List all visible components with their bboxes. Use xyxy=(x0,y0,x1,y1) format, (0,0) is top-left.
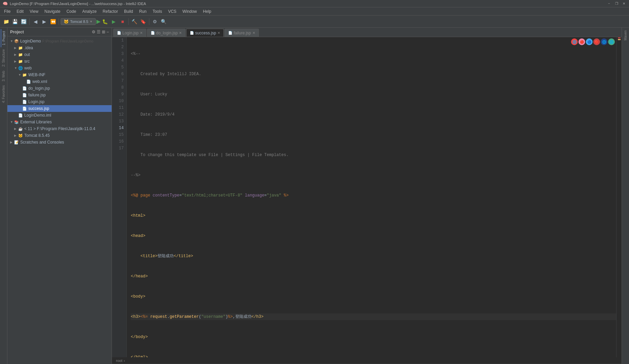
tab-do-login-close[interactable]: ✕ xyxy=(179,31,182,35)
tab-success[interactable]: 📄 success.jsp ✕ xyxy=(186,29,224,37)
bookmark-button[interactable]: 🔖 xyxy=(139,18,147,26)
open-file-button[interactable]: 📁 xyxy=(2,18,10,26)
menu-tools[interactable]: Tools xyxy=(150,8,165,14)
settings-button[interactable]: ⚙ xyxy=(151,18,159,26)
menu-edit[interactable]: Edit xyxy=(14,8,26,14)
favorites-tab[interactable]: 4: Favorites xyxy=(1,83,6,105)
code-line-2: Created by IntelliJ IDEA. xyxy=(131,71,616,78)
project-panel-collapse-icon[interactable]: − xyxy=(107,30,109,34)
edge-icon[interactable]: 🌐 xyxy=(608,38,615,45)
tree-failure[interactable]: 📄 failure.jsp xyxy=(7,92,112,98)
menu-analyze[interactable]: Analyze xyxy=(80,8,99,14)
tree-src[interactable]: ▶ 📁 src xyxy=(7,58,112,65)
tree-external-libraries[interactable]: ▼ 📚 External Libraries xyxy=(7,119,112,125)
line-num-13: 13 xyxy=(112,118,124,125)
firefox-icon[interactable]: 🌐 xyxy=(601,38,607,45)
line-num-2: 2 xyxy=(112,44,124,51)
line-num-12: 12 xyxy=(112,111,124,118)
save-button[interactable]: 💾 xyxy=(11,18,19,26)
sync-button[interactable]: 🔄 xyxy=(20,18,28,26)
menu-navigate[interactable]: Navigate xyxy=(42,8,63,14)
tree-logindemoiml[interactable]: 📄 LoginDemo.iml xyxy=(7,112,112,119)
tree-jdk[interactable]: ▶ ☕ < 11 > F:\Program Files\Java\jdk-11.… xyxy=(7,125,112,132)
forward-button[interactable]: ▶ xyxy=(40,18,48,26)
code-line-15: </body> xyxy=(131,334,616,340)
tree-web-label: web xyxy=(24,66,32,70)
run-coverage-button[interactable]: ▶ xyxy=(110,18,118,26)
recent-files-button[interactable]: ⏪ xyxy=(49,18,57,26)
line-num-15: 15 xyxy=(112,131,124,138)
sdk-icon: ☕ xyxy=(18,127,23,131)
tab-failure-close[interactable]: ✕ xyxy=(252,31,255,35)
tab-login[interactable]: 📄 Login.jsp ✕ xyxy=(113,29,146,37)
stop-button[interactable]: ■ xyxy=(119,18,127,26)
run-config-arrow: ▼ xyxy=(90,20,93,23)
breadcrumb-root[interactable]: root xyxy=(116,359,122,363)
tab-success-close[interactable]: ✕ xyxy=(217,31,220,35)
tab-failure-icon: 📄 xyxy=(228,31,232,35)
project-tab[interactable]: 1: Project xyxy=(1,29,6,47)
tree-scratches[interactable]: ▶ 📝 Scratches and Consoles xyxy=(7,139,112,146)
menu-file[interactable]: File xyxy=(1,8,13,14)
menu-vcs[interactable]: VCS xyxy=(166,8,179,14)
tab-do-login-label: do_login.jsp xyxy=(156,31,178,35)
tree-success[interactable]: 📄 success.jsp xyxy=(7,105,112,112)
run-config-selector[interactable]: 🐱 Tomcat 8.5 ▼ xyxy=(61,18,96,25)
run-config-name: Tomcat 8.5 xyxy=(70,20,88,24)
tab-login-close[interactable]: ✕ xyxy=(140,31,143,35)
code-content[interactable]: <%-- Created by IntelliJ IDEA. User: Luc… xyxy=(127,37,616,357)
tree-out[interactable]: ▶ 📁 out xyxy=(7,51,112,58)
debug-button[interactable]: 🐛 xyxy=(101,18,109,26)
tree-root[interactable]: ▼ 📦 LoginDemo F:\Program Files\Java\Logi… xyxy=(7,38,112,44)
safari-icon[interactable]: 🌐 xyxy=(571,38,578,45)
tree-idea[interactable]: ▶ 📁 .idea xyxy=(7,44,112,51)
minimize-button[interactable]: − xyxy=(607,1,611,6)
back-button[interactable]: ◀ xyxy=(31,18,39,26)
line-num-9: 9 xyxy=(112,91,124,98)
web-tab[interactable]: 3: Web xyxy=(1,69,6,84)
jsp-file-icon: 📄 xyxy=(22,86,27,91)
tree-do-login[interactable]: 📄 do_login.jsp xyxy=(7,85,112,92)
tab-do-login-icon: 📄 xyxy=(151,31,155,35)
line-num-3: 3 xyxy=(112,51,124,57)
code-editor[interactable]: 1 2 3 4 5 6 7 8 9 10 11 12 13 14 15 16 1… xyxy=(112,37,622,357)
chrome-icon[interactable]: 🔴 xyxy=(578,38,585,45)
menu-window[interactable]: Window xyxy=(180,8,200,14)
folder-icon: 📁 xyxy=(18,53,23,57)
close-button[interactable]: ✕ xyxy=(622,1,626,6)
project-panel-expand-icon[interactable]: ⊞ xyxy=(102,30,105,34)
code-line-4: Date: 2019/9/4 xyxy=(131,111,616,118)
tree-webinf[interactable]: ▼ 📁 WEB-INF xyxy=(7,71,112,78)
tree-web[interactable]: ▼ 🌐 web xyxy=(7,65,112,71)
jsp-file-icon: 📄 xyxy=(22,107,27,111)
project-panel-layout-icon[interactable]: ☰ xyxy=(97,30,100,34)
chrome2-icon[interactable]: 🔵 xyxy=(586,38,593,45)
menu-build[interactable]: Build xyxy=(121,8,136,14)
tree-webinf-label: WEB-INF xyxy=(28,72,46,77)
tree-webxml[interactable]: 📄 web.xml xyxy=(7,78,112,85)
menu-refactor[interactable]: Refactor xyxy=(100,8,121,14)
structure-tab[interactable]: 2: Structure xyxy=(1,47,6,69)
tree-login[interactable]: 📄 Login.jsp xyxy=(7,98,112,105)
folder-icon: 📁 xyxy=(18,46,23,50)
menu-run[interactable]: Run xyxy=(137,8,149,14)
menu-help[interactable]: Help xyxy=(200,8,214,14)
folder-icon: 📁 xyxy=(18,59,23,64)
tree-root-path: F:\Program Files\Java\LoginDemo xyxy=(42,39,93,43)
right-sidebar-item[interactable]: Maven xyxy=(623,29,628,42)
tree-login-label: Login.jsp xyxy=(28,99,44,104)
tree-success-label: success.jsp xyxy=(28,106,49,111)
tree-tomcat[interactable]: ▶ 🐱 Tomcat 8.5.45 xyxy=(7,132,112,139)
menu-view[interactable]: View xyxy=(27,8,41,14)
menu-code[interactable]: Code xyxy=(64,8,79,14)
search-button[interactable]: 🔍 xyxy=(160,18,168,26)
tree-external-lib-label: External Libraries xyxy=(20,120,52,124)
browser3-icon[interactable]: 🔴 xyxy=(593,38,600,45)
maximize-button[interactable]: ❐ xyxy=(614,1,619,6)
build-button[interactable]: 🔨 xyxy=(130,18,139,26)
toolbar-sep-3 xyxy=(128,18,129,25)
run-button[interactable]: ▶ xyxy=(96,18,100,25)
tab-failure[interactable]: 📄 failure.jsp ✕ xyxy=(224,29,259,37)
project-panel-settings-icon[interactable]: ⚙ xyxy=(92,30,95,34)
tab-do-login[interactable]: 📄 do_login.jsp ✕ xyxy=(147,29,185,37)
